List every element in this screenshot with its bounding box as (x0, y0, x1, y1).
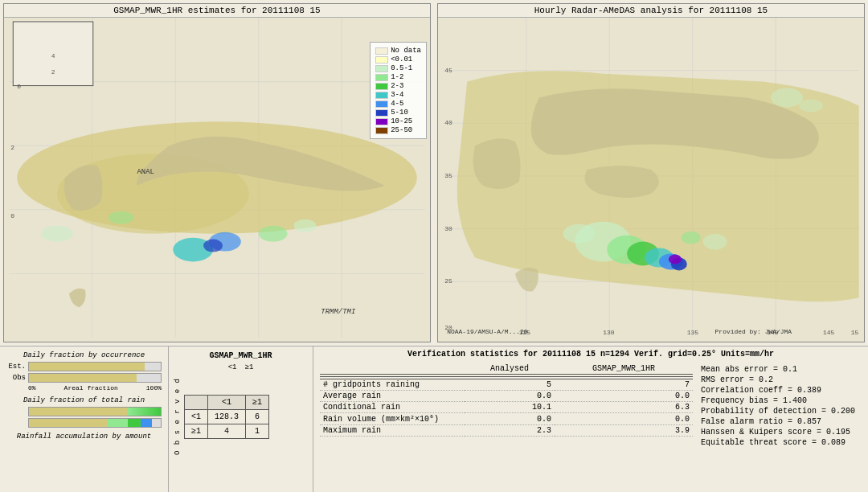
svg-point-55 (563, 224, 596, 244)
legend-label-5-10: 5-10 (391, 109, 408, 117)
left-map-content: 4 2 0 ANAL TRMM/TMI 2 (4, 18, 430, 338)
legend-item-2-3: 2-3 (375, 82, 421, 90)
est-rain-fill (29, 408, 128, 416)
cont-val-ge1-lt1: 4 (208, 424, 246, 438)
obs-rain-fill-dk-green (128, 419, 141, 427)
legend-item-25-50: 25-50 (375, 126, 421, 134)
svg-text:30: 30 (444, 225, 452, 232)
left-map-title: GSMAP_MWR_1HR estimates for 20111108 15 (4, 4, 430, 18)
legend-color-nodata (375, 47, 388, 55)
obs-occurrence-fill (29, 374, 137, 382)
vstats-row-2: Conditional rain 10.1 6.3 (320, 402, 693, 413)
table-wrapper: O b s e r v e d <1 ≥1 <1 128.3 6 (174, 378, 308, 455)
svg-point-54 (669, 255, 682, 264)
obs-rain-row (6, 418, 162, 428)
cont-header-ge1: ≥1 (246, 395, 269, 409)
legend-color-4-5 (375, 100, 388, 108)
svg-text:TRMM/TMI: TRMM/TMI (321, 308, 356, 316)
est-occurrence-row: Est. (6, 362, 162, 371)
est-occurrence-track (28, 362, 162, 371)
obs-rain-fill-green (108, 419, 128, 427)
svg-point-57 (682, 232, 701, 244)
vstats-analysed-2: 10.1 (465, 402, 555, 413)
cont-row-label-lt1: <1 (185, 409, 208, 424)
contingency-table: <1 ≥1 <1 128.3 6 ≥1 4 1 (184, 395, 269, 439)
legend-color-5-10 (375, 109, 388, 117)
legend-item-nodata: No data (375, 47, 421, 55)
obs-rain-track (28, 418, 162, 428)
legend-color-05-1 (375, 65, 388, 72)
legend-color-10-25 (375, 118, 388, 125)
stat-freq-bias: Frequency bias = 1.400 (701, 396, 862, 405)
legend-item-3-4: 3-4 (375, 91, 421, 99)
legend-color-2-3 (375, 83, 388, 90)
verification-title: Verification statistics for 20111108 15 … (320, 350, 862, 359)
legend-item-10-25: 10-25 (375, 117, 421, 125)
obs-occurrence-track (28, 373, 162, 383)
svg-text:0: 0 (17, 83, 21, 90)
rain-bar-group (6, 407, 162, 428)
vstats-analysed-3: 0.0 (465, 413, 555, 425)
stat-correlation: Correlation coeff = 0.389 (701, 386, 862, 395)
cont-header-empty (185, 395, 208, 409)
est-rain-row (6, 407, 162, 416)
vstats-analysed-0: 5 (465, 379, 555, 391)
legend-item-4-5: 4-5 (375, 100, 421, 108)
svg-point-58 (771, 88, 803, 108)
vstats-col-gsmap: GSMAP_MWR_1HR (555, 363, 693, 375)
svg-text:35: 35 (444, 172, 452, 179)
svg-text:2: 2 (51, 68, 55, 76)
vstats-label-3: Rain volume (mm×km²×10⁶) (320, 413, 465, 425)
vstats-gsmap-3: 0.0 (555, 413, 693, 425)
cont-val-lt1-lt1: 128.3 (208, 409, 246, 424)
left-map-panel: GSMAP_MWR_1HR estimates for 20111108 15 (3, 3, 431, 342)
cont-row-lt1: <1 128.3 6 (185, 409, 269, 424)
contingency-header: <1 ≥1 (174, 363, 308, 371)
svg-point-18 (259, 226, 288, 242)
obs-label: Obs (6, 374, 26, 382)
svg-text:25: 25 (444, 277, 452, 285)
stat-hanssen-kuipers: Hanssen & Kuipers score = 0.195 (701, 428, 862, 437)
cont-col-ge1: ≥1 (245, 363, 254, 371)
vstats-row-1: Average rain 0.0 0.0 (320, 391, 693, 402)
legend-label-05-1: 0.5-1 (391, 64, 412, 72)
cont-header-row: <1 ≥1 (185, 395, 269, 409)
right-map-panel: Hourly Radar-AMeDAS analysis for 2011110… (437, 3, 865, 342)
rain-chart-title: Daily fraction of total rain (6, 396, 162, 404)
stat-mean-abs-error: Mean abs error = 0.1 (701, 365, 862, 374)
occurrence-chart-title: Daily fraction by occurrence (6, 351, 162, 359)
svg-text:45: 45 (444, 67, 452, 74)
svg-point-21 (41, 226, 73, 242)
occurrence-axis: 0% Areal fraction 100% (6, 384, 162, 392)
stats-grid: Analysed GSMAP_MWR_1HR # gridpoints rain… (320, 363, 862, 449)
est-occurrence-fill (29, 363, 145, 371)
legend-item-1-2: 1-2 (375, 73, 421, 81)
svg-text:Provided by: JWA/JMA: Provided by: JWA/JMA (715, 328, 792, 335)
legend-label-nodata: No data (391, 47, 421, 55)
svg-point-17 (203, 240, 223, 252)
vstats-gsmap-4: 3.9 (555, 425, 693, 437)
svg-text:0: 0 (10, 212, 14, 219)
svg-text:130: 130 (603, 329, 615, 336)
obs-rain-fill (29, 419, 108, 427)
cont-val-ge1-ge1: 1 (246, 424, 269, 438)
right-map-title: Hourly Radar-AMeDAS analysis for 2011110… (438, 4, 864, 18)
legend-panel: No data <0.01 0.5-1 1-2 (370, 42, 427, 139)
svg-text:NOAA-19/AMSU-A/M...20: NOAA-19/AMSU-A/M...20 (447, 328, 527, 335)
vstats-gsmap-2: 6.3 (555, 402, 693, 413)
stats-table: Analysed GSMAP_MWR_1HR # gridpoints rain… (320, 363, 693, 449)
legend-label-2-3: 2-3 (391, 82, 403, 90)
vstats-row-4: Maximum rain 2.3 3.9 (320, 425, 693, 437)
vstats-analysed-1: 0.0 (465, 391, 555, 402)
obs-rain-fill-blue (141, 419, 151, 427)
vstats-label-2: Conditional rain (320, 402, 465, 413)
left-map-svg: 4 2 0 ANAL TRMM/TMI 2 (4, 18, 430, 338)
maps-row: GSMAP_MWR_1HR estimates for 20111108 15 (0, 0, 868, 346)
svg-point-59 (799, 99, 823, 112)
vstats-row-0: # gridpoints raining 5 7 (320, 379, 693, 391)
legend-item-lt001: <0.01 (375, 55, 421, 64)
cont-header-lt1: <1 (208, 395, 246, 409)
svg-text:145: 145 (823, 329, 835, 336)
vstats-label-0: # gridpoints raining (320, 379, 465, 391)
stat-false-alarm-ratio: False alarm ratio = 0.857 (701, 417, 862, 426)
